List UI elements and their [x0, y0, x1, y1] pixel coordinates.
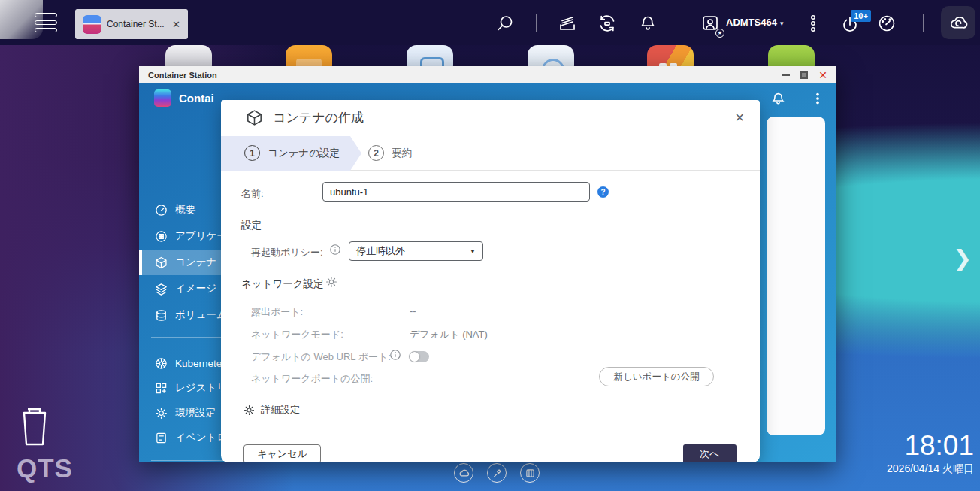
- dialog-header: コンテナの作成 ✕: [221, 100, 760, 135]
- web-url-port-label: デフォルトの Web URL ポート:: [251, 350, 391, 364]
- notifications-bell-icon[interactable]: [638, 14, 658, 33]
- exposed-port-label: 露出ポート:: [251, 305, 303, 319]
- tab-label: Container St...: [107, 19, 167, 29]
- app-name: Contai: [179, 92, 214, 105]
- clock-time: 18:01: [887, 432, 974, 460]
- myqnapcloud-icon[interactable]: [941, 6, 975, 39]
- next-desktop-page-chevron-icon[interactable]: ❯: [953, 245, 972, 271]
- container-name-input[interactable]: [322, 182, 590, 202]
- recycle-bin-icon[interactable]: [20, 404, 50, 447]
- dock-app-center-icon[interactable]: [520, 463, 540, 483]
- help-icon[interactable]: ?: [597, 186, 609, 198]
- qts-logo: QTS: [17, 453, 73, 483]
- app-more-options-kebab-icon[interactable]: [810, 91, 825, 106]
- gauge-icon: [155, 204, 168, 217]
- background-task-queue-icon[interactable]: [558, 14, 577, 33]
- window-close-icon[interactable]: ✕: [818, 70, 827, 80]
- layers-icon: [155, 283, 168, 296]
- topbar-divider: [679, 14, 679, 32]
- username-label: ADMTS464: [726, 17, 777, 28]
- desktop-dock: [454, 463, 540, 483]
- gear-icon[interactable]: [325, 276, 337, 288]
- desktop-clock: 18:01 2026/04/14 火曜日: [887, 432, 974, 476]
- username-menu[interactable]: ADMTS464▾: [726, 17, 783, 28]
- container-station-logo-icon: [154, 89, 171, 107]
- content-panel: [767, 117, 825, 435]
- dialog-title: コンテナの作成: [273, 109, 725, 126]
- window-title-bar[interactable]: Container Station ✕: [139, 66, 836, 83]
- minimize-icon[interactable]: [782, 74, 790, 76]
- maximize-icon[interactable]: [800, 71, 808, 79]
- resource-monitor-icon[interactable]: [877, 14, 897, 33]
- clock-date: 2026/04/14 火曜日: [887, 462, 974, 476]
- database-icon: [155, 309, 168, 322]
- helm-wheel-icon: [155, 357, 168, 370]
- create-container-dialog: コンテナの作成 ✕ 1 コンテナの設定 2 要約 名前: ? 設定 再起動ポリシ…: [221, 100, 760, 462]
- window-title: Container Station: [148, 71, 782, 80]
- container-station-logo-icon: [83, 15, 101, 34]
- tab-close-icon[interactable]: ✕: [172, 19, 180, 30]
- task-count-badge: 10+: [851, 10, 871, 22]
- app-home[interactable]: Contai: [154, 89, 214, 107]
- appbar-divider: [797, 92, 797, 106]
- restart-policy-label: 再起動ポリシー:: [251, 246, 323, 259]
- sync-devices-icon[interactable]: [597, 14, 617, 33]
- dock-tools-icon[interactable]: [487, 463, 507, 483]
- settings-heading: 設定: [241, 219, 262, 232]
- admin-star-badge-icon: ★: [715, 29, 724, 38]
- app-body: Contai 概要 アプリケー コンテナ イメージ ボリューム: [139, 83, 836, 462]
- search-icon[interactable]: [495, 14, 515, 33]
- gear-icon: [155, 407, 168, 420]
- sidebar-divider: [151, 460, 226, 461]
- main-menu-icon[interactable]: [35, 13, 57, 35]
- info-icon[interactable]: [389, 349, 401, 361]
- app-notifications-bell-icon[interactable]: [770, 91, 786, 107]
- caret-down-icon: ▼: [470, 248, 476, 255]
- more-options-kebab-icon[interactable]: [803, 14, 823, 33]
- caret-down-icon: ▾: [780, 20, 784, 27]
- info-icon[interactable]: [329, 244, 341, 256]
- topbar-divider: [923, 14, 924, 32]
- network-settings-heading: ネットワーク設定: [241, 277, 324, 291]
- step-summary[interactable]: 2 要約: [368, 145, 412, 161]
- sidebar-divider: [151, 337, 226, 338]
- dock-cloud-icon[interactable]: [454, 463, 473, 483]
- cube-icon: [155, 256, 168, 269]
- step-container-settings[interactable]: 1 コンテナの設定: [244, 145, 340, 161]
- step-indicator: 1 コンテナの設定 2 要約: [221, 136, 760, 171]
- container-station-window: Container Station ✕ Contai: [139, 66, 836, 462]
- taskbar-tab-container-station[interactable]: Container St... ✕: [75, 9, 188, 39]
- registry-icon: [155, 382, 168, 395]
- gear-icon: [243, 405, 255, 416]
- web-url-port-toggle[interactable]: [409, 351, 429, 362]
- network-mode-value: デフォルト (NAT): [410, 328, 488, 341]
- cube-icon: [246, 109, 263, 126]
- publish-new-port-button[interactable]: 新しいポートの公開: [599, 367, 714, 386]
- dialog-close-icon[interactable]: ✕: [735, 111, 745, 125]
- publish-ports-label: ネットワークポートの公開:: [251, 372, 373, 386]
- restart-policy-select[interactable]: 停止時以外 ▼: [349, 241, 483, 261]
- advanced-settings-link[interactable]: 詳細設定: [243, 403, 300, 417]
- exposed-port-value: --: [410, 305, 416, 317]
- name-label: 名前:: [241, 187, 264, 201]
- cancel-button[interactable]: キャンセル: [243, 444, 321, 462]
- network-mode-label: ネットワークモード:: [251, 328, 343, 341]
- next-button[interactable]: 次へ: [683, 444, 737, 462]
- log-document-icon: [155, 432, 168, 444]
- topbar-divider: [536, 14, 537, 32]
- apps-grid-icon: [155, 230, 168, 243]
